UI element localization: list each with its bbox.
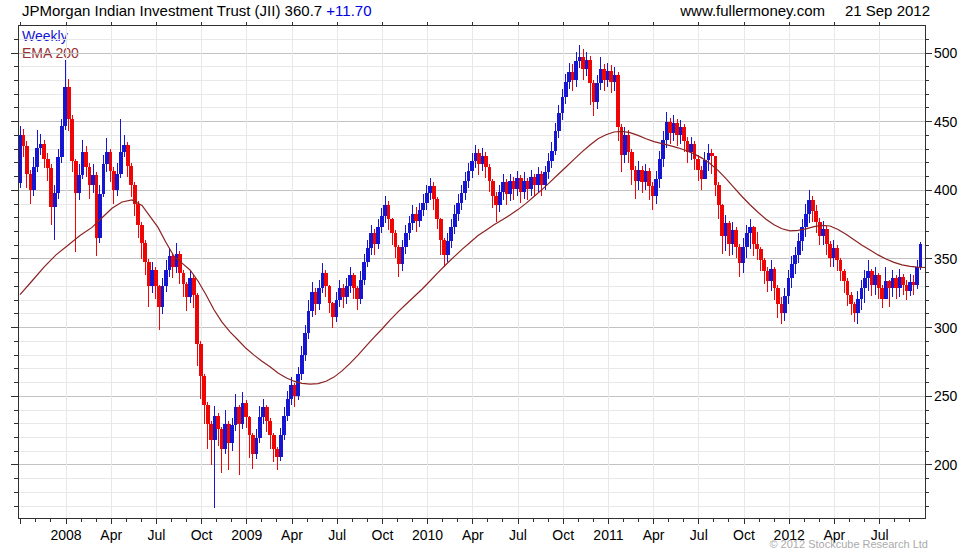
candle-body [77, 175, 81, 193]
candle-body [793, 255, 797, 265]
candle-body [435, 199, 439, 220]
candle-body [154, 270, 158, 286]
candle-body [748, 227, 752, 232]
candle-body [853, 304, 857, 312]
candle-body [345, 286, 349, 297]
candle-body [136, 204, 140, 225]
candle-body [477, 153, 481, 164]
candle-body [25, 146, 29, 173]
candle-body [22, 135, 26, 146]
candle-body [401, 247, 405, 265]
candle-body [578, 57, 582, 61]
candle-body [613, 75, 617, 82]
candle-body [807, 200, 811, 214]
candle-body [606, 71, 610, 81]
candle-body [397, 247, 401, 265]
candle-body [825, 229, 829, 244]
candle-body [849, 295, 853, 305]
candle-body [338, 288, 342, 300]
candle-body [241, 403, 245, 424]
candle-body [237, 407, 241, 423]
candle-body [651, 186, 655, 196]
candle-body [199, 344, 203, 376]
candle-body [408, 223, 412, 233]
x-axis-label: Oct [191, 527, 213, 543]
candle-body [821, 229, 825, 236]
candle-body [602, 69, 606, 80]
candle-body [460, 193, 464, 203]
x-axis-label: Oct [552, 527, 574, 543]
candle-body [182, 273, 186, 284]
candle-body [873, 275, 877, 285]
y-axis-label: 400 [934, 182, 958, 198]
candle-body [536, 174, 540, 185]
candle-body [321, 273, 325, 288]
candle-body [220, 429, 224, 448]
candle-body [279, 435, 283, 457]
price-chart: 5004504003503002502002008AprJulOct2009Ap… [0, 0, 980, 560]
candle-body [870, 271, 874, 285]
candle-body [787, 278, 791, 296]
candle-body [522, 181, 526, 192]
candle-body [286, 399, 290, 415]
candle-body [574, 61, 578, 80]
candle-body [432, 186, 436, 198]
candle-body [561, 97, 565, 113]
candle-body [623, 135, 627, 154]
candle-body [585, 60, 589, 70]
candle-body [703, 160, 707, 179]
candle-body [675, 123, 679, 135]
candle-body [453, 214, 457, 228]
candle-body [268, 421, 272, 435]
candle-body [891, 278, 895, 288]
candle-body [828, 244, 832, 258]
candle-body [783, 296, 787, 312]
candle-body [557, 113, 561, 131]
candle-body [272, 435, 276, 449]
candle-body [707, 153, 711, 160]
candle-body [380, 216, 384, 227]
candle-body [637, 170, 641, 181]
candle-body [439, 219, 443, 240]
candle-body [119, 152, 123, 174]
candle-body [383, 205, 387, 216]
candle-body [84, 152, 88, 167]
x-axis-label: Oct [372, 527, 394, 543]
candle-body [126, 145, 130, 166]
candle-body [53, 193, 57, 207]
candle-body [202, 376, 206, 405]
candle-body [70, 119, 74, 162]
candle-body [348, 275, 352, 286]
candle-body [467, 171, 471, 181]
candle-body [150, 270, 154, 286]
chart-window: JPMorgan Indian Investment Trust (JII) 3… [0, 0, 980, 560]
y-axis-label: 250 [934, 388, 958, 404]
candle-body [734, 230, 738, 246]
candle-body [39, 144, 43, 148]
candle-body [599, 69, 603, 83]
candle-body [147, 262, 151, 287]
candle-body [571, 72, 575, 80]
candle-body [588, 60, 592, 83]
candle-body [394, 233, 398, 247]
candle-body [856, 299, 860, 313]
y-axis-label: 450 [934, 114, 958, 130]
candle-body [766, 271, 770, 281]
candle-body [481, 156, 485, 164]
candle-body [282, 416, 286, 435]
candle-body [595, 83, 599, 102]
candle-body [727, 223, 731, 244]
candle-body [428, 186, 432, 193]
candle-body [501, 182, 505, 192]
candle-body [112, 171, 116, 190]
candle-body [373, 233, 377, 244]
candle-body [296, 374, 300, 396]
candle-body [884, 281, 888, 299]
candle-body [366, 248, 370, 262]
x-axis-label: Jul [690, 527, 708, 543]
candle-body [289, 385, 293, 399]
candle-body [860, 288, 864, 299]
candle-body [376, 227, 380, 243]
candle-body [797, 241, 801, 255]
candle-body [644, 171, 648, 182]
